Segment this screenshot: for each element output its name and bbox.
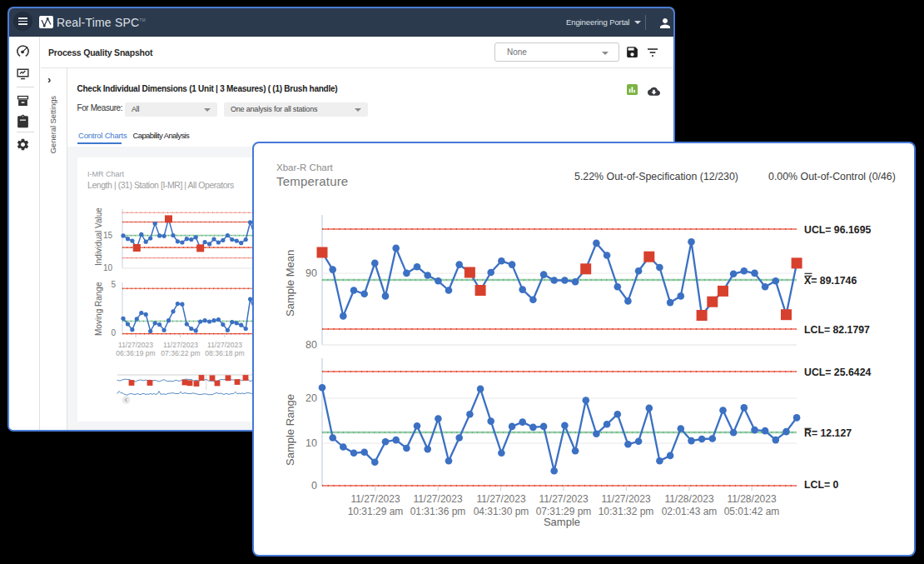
svg-text:UCL= 25.6424: UCL= 25.6424	[804, 367, 871, 378]
svg-text:LCL= 0: LCL= 0	[804, 479, 839, 491]
svg-text:UCL= 96.1695: UCL= 96.1695	[804, 224, 871, 236]
svg-text:R= 12.127: R= 12.127	[804, 427, 852, 439]
svg-text:LCL= 82.1797: LCL= 82.1797	[804, 324, 870, 336]
svg-text:X= 89.1746: X= 89.1746	[804, 275, 857, 287]
